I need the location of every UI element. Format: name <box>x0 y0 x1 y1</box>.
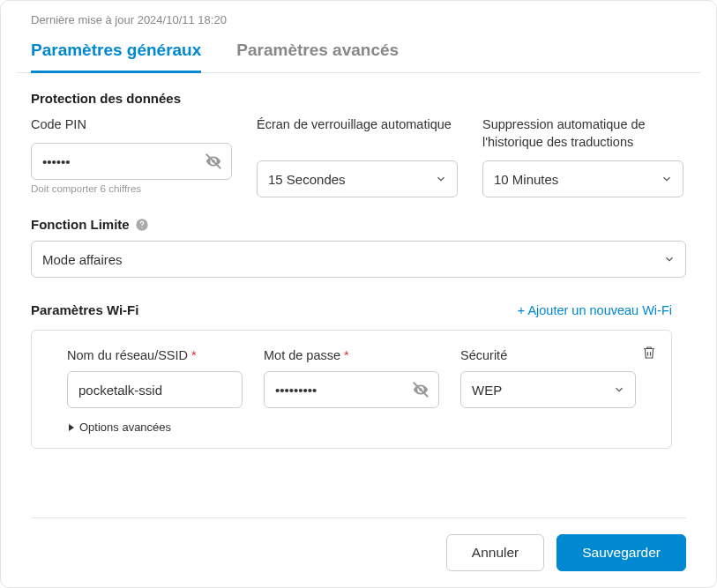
footer: Annuler Sauvegarder <box>31 517 686 571</box>
security-label: Sécurité <box>460 348 636 362</box>
wifi-advanced-label: Options avancées <box>79 421 171 434</box>
content: Protection des données Code PIN Doit com… <box>17 91 700 449</box>
help-icon[interactable] <box>135 218 149 232</box>
wifi-advanced-toggle[interactable]: Options avancées <box>67 421 636 434</box>
pin-input[interactable] <box>31 143 232 180</box>
limitation-section: Fonction Limite <box>31 217 686 278</box>
autolock-select[interactable] <box>257 160 458 197</box>
autolock-label: Écran de verrouillage automatique <box>257 116 458 152</box>
autodelete-label: Suppression automatique de l'historique … <box>482 116 683 152</box>
limitation-heading: Fonction Limite <box>31 217 130 232</box>
ssid-field: Nom du réseau/SSID * <box>67 348 243 408</box>
pin-label: Code PIN <box>31 116 232 134</box>
wifi-password-label: Mot de passe * <box>264 348 439 362</box>
ssid-input[interactable] <box>67 371 243 408</box>
add-wifi-button[interactable]: + Ajouter un nouveau Wi-Fi <box>518 303 672 317</box>
trash-icon[interactable] <box>641 345 657 361</box>
eye-off-icon[interactable] <box>411 380 430 399</box>
data-protection-row: Code PIN Doit comporter 6 chiffres Écran… <box>31 116 686 197</box>
data-protection-heading: Protection des données <box>31 91 686 106</box>
caret-right-icon <box>67 423 76 432</box>
settings-card: Dernière mise à jour 2024/10/11 18:20 Pa… <box>0 0 717 588</box>
security-select[interactable] <box>460 371 636 408</box>
pin-field: Code PIN Doit comporter 6 chiffres <box>31 116 232 194</box>
wifi-password-field: Mot de passe * <box>264 348 439 408</box>
wifi-header: Paramètres Wi-Fi + Ajouter un nouveau Wi… <box>31 302 686 317</box>
tabs: Paramètres généraux Paramètres avancés <box>17 33 700 73</box>
tab-general[interactable]: Paramètres généraux <box>31 33 201 73</box>
autodelete-field: Suppression automatique de l'historique … <box>482 116 683 197</box>
tab-advanced[interactable]: Paramètres avancés <box>236 33 399 73</box>
save-button[interactable]: Sauvegarder <box>556 534 686 571</box>
limitation-select[interactable] <box>31 241 686 278</box>
autodelete-select[interactable] <box>482 160 683 197</box>
pin-helper: Doit comporter 6 chiffres <box>31 183 232 194</box>
autolock-field: Écran de verrouillage automatique <box>257 116 458 197</box>
wifi-entry: Nom du réseau/SSID * Mot de passe * Sécu… <box>31 330 672 449</box>
cancel-button[interactable]: Annuler <box>446 534 544 571</box>
security-field: Sécurité <box>460 348 636 408</box>
eye-off-icon[interactable] <box>204 152 223 171</box>
last-updated: Dernière mise à jour 2024/10/11 18:20 <box>17 13 700 26</box>
ssid-label: Nom du réseau/SSID * <box>67 348 243 362</box>
wifi-heading: Paramètres Wi-Fi <box>31 302 138 317</box>
